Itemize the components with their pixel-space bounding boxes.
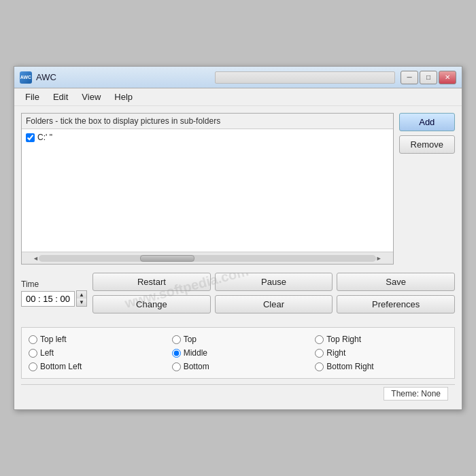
time-section: Time 00 : 15 : 00 ▲ ▼ <box>21 279 87 307</box>
horizontal-scrollbar[interactable]: ◄ ► <box>22 252 393 264</box>
menu-edit[interactable]: Edit <box>48 90 73 103</box>
radio-left-label: Left <box>40 348 54 358</box>
position-bottom-left: Bottom Left <box>29 362 161 371</box>
folders-list: C:' " <box>22 129 393 252</box>
menubar: File Edit View Help <box>14 88 462 106</box>
position-bottom: Bottom <box>172 362 305 371</box>
radio-top[interactable] <box>172 335 181 344</box>
folders-section: Folders - tick the box to display pictur… <box>21 113 455 265</box>
radio-middle[interactable] <box>172 349 181 358</box>
radio-bottom-left-label: Bottom Left <box>40 362 82 371</box>
maximize-button[interactable]: □ <box>420 71 437 84</box>
radio-left[interactable] <box>29 349 37 358</box>
folders-list-container: Folders - tick the box to display pictur… <box>21 113 394 265</box>
position-left: Left <box>29 348 161 358</box>
radio-top-label: Top <box>184 335 197 344</box>
controls-section: www.softpedia.com Time 00 : 15 : 00 ▲ ▼ <box>21 273 455 319</box>
radio-top-left[interactable] <box>29 335 37 344</box>
radio-top-right-label: Top Right <box>326 335 361 344</box>
menu-view[interactable]: View <box>76 90 106 103</box>
time-label: Time <box>21 279 87 289</box>
radio-bottom-right-label: Bottom Right <box>326 362 373 371</box>
action-buttons-grid: Restart Pause Save Change Clear Preferen… <box>92 273 455 313</box>
titlebar: AWC AWC ─ □ ✕ <box>14 67 462 88</box>
position-section: Top left Top Top Right Left Middle <box>21 327 455 379</box>
theme-status: Theme: None <box>384 387 448 401</box>
titlebar-addressbar <box>215 71 395 84</box>
position-top-left: Top left <box>29 335 161 344</box>
window-controls: ─ □ ✕ <box>401 71 456 84</box>
scroll-left-arrow[interactable]: ◄ <box>33 255 39 262</box>
radio-bottom-right[interactable] <box>315 362 324 371</box>
main-content: Folders - tick the box to display pictur… <box>14 106 462 409</box>
time-display[interactable]: 00 : 15 : 00 <box>21 291 75 307</box>
scrollbar-track <box>39 255 376 262</box>
restart-button[interactable]: Restart <box>92 273 211 291</box>
window-title: AWC <box>36 72 215 82</box>
clear-button[interactable]: Clear <box>215 295 333 313</box>
position-top: Top <box>172 335 305 344</box>
time-spinner: ▲ ▼ <box>76 290 87 307</box>
position-grid: Top left Top Top Right Left Middle <box>29 335 447 371</box>
list-item: C:' " <box>24 132 390 143</box>
radio-bottom[interactable] <box>172 362 181 371</box>
spinner-down[interactable]: ▼ <box>77 299 86 306</box>
radio-right-label: Right <box>326 348 345 358</box>
radio-top-left-label: Top left <box>40 335 67 344</box>
scroll-right-arrow[interactable]: ► <box>376 255 382 262</box>
close-button[interactable]: ✕ <box>439 71 456 84</box>
radio-right[interactable] <box>315 349 324 358</box>
controls-row-1: Time 00 : 15 : 00 ▲ ▼ Restart Pause Save… <box>21 273 455 313</box>
position-right: Right <box>315 348 447 358</box>
minimize-button[interactable]: ─ <box>401 71 418 84</box>
folders-header: Folders - tick the box to display pictur… <box>22 114 393 129</box>
add-button[interactable]: Add <box>399 113 455 131</box>
pause-button[interactable]: Pause <box>215 273 333 291</box>
main-window: AWC AWC ─ □ ✕ File Edit View Help Folder… <box>14 66 462 410</box>
folder-action-buttons: Add Remove <box>399 113 455 265</box>
spinner-up[interactable]: ▲ <box>77 291 86 299</box>
remove-button[interactable]: Remove <box>399 135 455 154</box>
radio-bottom-left[interactable] <box>29 362 37 371</box>
menu-file[interactable]: File <box>20 90 45 103</box>
menu-help[interactable]: Help <box>109 90 138 103</box>
radio-top-right[interactable] <box>315 335 324 344</box>
change-button[interactable]: Change <box>92 295 211 313</box>
save-button[interactable]: Save <box>337 273 455 291</box>
scrollbar-thumb[interactable] <box>140 255 194 262</box>
radio-middle-label: Middle <box>184 348 207 358</box>
app-icon: AWC <box>20 71 32 84</box>
folder-checkbox[interactable] <box>26 133 35 142</box>
statusbar: Theme: None <box>21 384 455 403</box>
position-middle: Middle <box>172 348 305 358</box>
time-input-group: 00 : 15 : 00 ▲ ▼ <box>21 290 87 307</box>
preferences-button[interactable]: Preferences <box>337 295 455 313</box>
position-top-right: Top Right <box>315 335 447 344</box>
radio-bottom-label: Bottom <box>184 362 209 371</box>
position-bottom-right: Bottom Right <box>315 362 447 371</box>
folder-path: C:' " <box>37 133 52 142</box>
